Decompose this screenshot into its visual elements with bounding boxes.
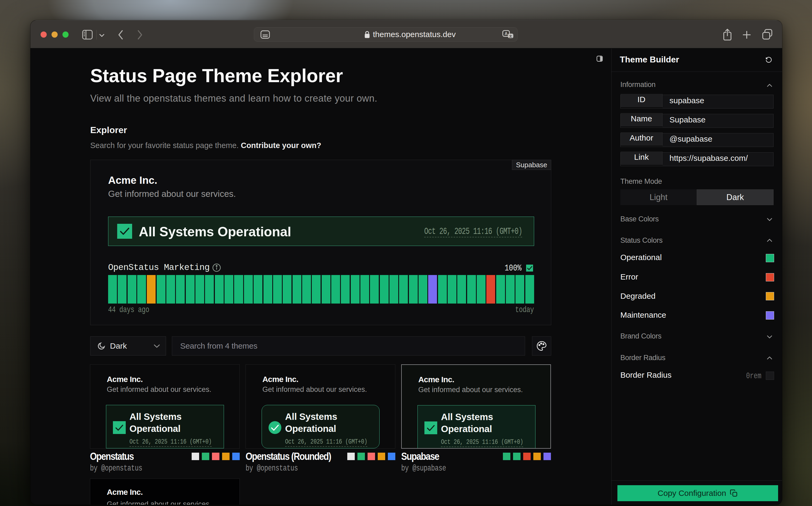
svg-text:A: A — [505, 31, 508, 36]
svg-text:文: 文 — [509, 34, 512, 38]
